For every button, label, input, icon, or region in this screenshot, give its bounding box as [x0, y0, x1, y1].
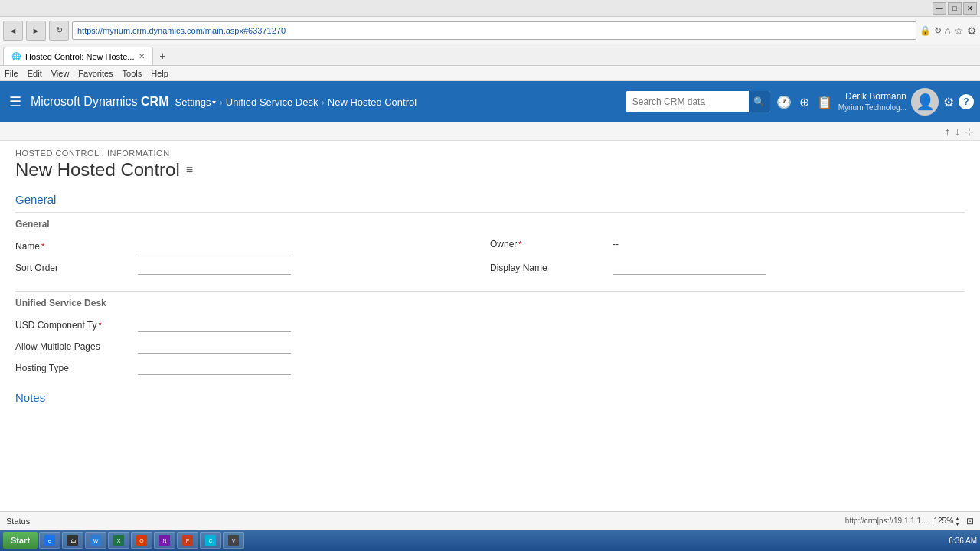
- settings-nav-button[interactable]: Settings ▾: [175, 96, 216, 108]
- taskbar-clock: 6:36 AM: [949, 536, 977, 545]
- sort-order-label: Sort Order: [15, 262, 138, 273]
- general-section: General General Name* Owner*: [15, 193, 965, 279]
- menu-edit[interactable]: Edit: [28, 69, 42, 78]
- new-tab-button[interactable]: +: [153, 47, 172, 65]
- taskbar-app-4[interactable]: X: [108, 532, 129, 549]
- display-name-label: Display Name: [490, 262, 612, 273]
- menu-view[interactable]: View: [51, 69, 70, 78]
- scroll-down-button[interactable]: ↓: [955, 126, 960, 138]
- dashboards-icon[interactable]: 📋: [817, 95, 832, 109]
- fullscreen-button[interactable]: ⊡: [966, 516, 974, 527]
- zoom-controls[interactable]: ▲ ▼: [955, 516, 960, 527]
- crm-search-input[interactable]: [626, 91, 749, 112]
- tab-close-button[interactable]: ✕: [139, 52, 145, 60]
- usd-component-type-field: USD Component Ty*: [15, 315, 965, 336]
- menu-help[interactable]: Help: [151, 69, 168, 78]
- taskbar-app-6[interactable]: N: [154, 532, 175, 549]
- crm-help-icon[interactable]: ?: [959, 94, 974, 109]
- menu-tools[interactable]: Tools: [122, 69, 142, 78]
- add-record-icon[interactable]: ⊕: [799, 95, 809, 109]
- notes-section: Notes: [15, 391, 965, 404]
- crm-header: ☰ Microsoft Dynamics CRM Settings ▾ › Un…: [0, 81, 980, 122]
- sort-order-field: Sort Order: [15, 257, 490, 279]
- app8-icon: C: [205, 535, 216, 546]
- forward-button[interactable]: ►: [26, 21, 46, 41]
- taskbar-app-ie[interactable]: e: [39, 532, 60, 549]
- zoom-out-button[interactable]: ▼: [955, 521, 960, 527]
- general-row-1: Name* Owner* --: [15, 236, 965, 257]
- refresh-button[interactable]: ↻: [49, 21, 69, 41]
- active-tab[interactable]: 🌐 Hosted Control: New Hoste... ✕: [3, 47, 153, 65]
- display-name-input[interactable]: [612, 260, 766, 275]
- scroll-up-button[interactable]: ↑: [945, 126, 950, 138]
- address-bar[interactable]: https://myrium.crm.dynamics.com/main.asp…: [72, 21, 916, 40]
- taskbar: Start e 🗂 W X O N P C V 6:36 AM: [0, 530, 980, 551]
- tools-icon[interactable]: ⚙: [967, 24, 977, 37]
- close-button[interactable]: ✕: [963, 2, 977, 15]
- notes-section-heading: Notes: [15, 391, 965, 404]
- hosting-type-input[interactable]: [138, 360, 291, 375]
- crm-settings-icon[interactable]: ⚙: [943, 95, 954, 109]
- home-icon[interactable]: ⌂: [945, 24, 951, 37]
- user-avatar[interactable]: 👤: [911, 88, 939, 116]
- taskbar-app-3[interactable]: W: [85, 532, 106, 549]
- taskbar-app-9[interactable]: V: [223, 532, 244, 549]
- taskbar-app-8[interactable]: C: [200, 532, 221, 549]
- app3-icon: W: [90, 535, 101, 546]
- owner-label: Owner*: [490, 239, 612, 249]
- nav-unified-service-desk[interactable]: Unified Service Desk: [226, 96, 318, 108]
- restore-button[interactable]: □: [948, 2, 962, 15]
- nav-separator2: ›: [321, 96, 324, 108]
- menu-file[interactable]: File: [5, 69, 18, 78]
- minimize-button[interactable]: —: [933, 2, 946, 15]
- allow-multiple-pages-input[interactable]: [138, 339, 291, 354]
- general-row-2: Sort Order Display Name: [15, 257, 965, 279]
- browser-refresh-icon[interactable]: ↻: [934, 25, 942, 36]
- back-button[interactable]: ◄: [3, 21, 23, 41]
- zoom-in-button[interactable]: ▲: [955, 516, 960, 521]
- app4-icon: X: [113, 535, 124, 546]
- crm-user-area: Derik Bormann Myrium Technolog... 👤 ⚙ ?: [838, 88, 974, 116]
- general-section-heading: General: [15, 193, 965, 206]
- url-preview: http://crm|ps://19.1.1.1...: [845, 517, 928, 525]
- recent-records-icon[interactable]: 🕐: [776, 95, 792, 109]
- app5-icon: O: [136, 535, 147, 546]
- start-button[interactable]: Start: [3, 532, 38, 549]
- usd-section: Unified Service Desk USD Component Ty* A…: [15, 291, 965, 379]
- app9-icon: V: [228, 535, 239, 546]
- hamburger-menu-button[interactable]: ☰: [6, 90, 24, 113]
- crm-search-button[interactable]: 🔍: [749, 91, 770, 112]
- owner-field: Owner* --: [490, 236, 965, 257]
- tab-bar: 🌐 Hosted Control: New Hoste... ✕ +: [0, 44, 980, 66]
- usd-component-type-label: USD Component Ty*: [15, 320, 138, 331]
- app7-icon: P: [182, 535, 193, 546]
- crm-header-icons: 🕐 ⊕ 📋: [776, 95, 832, 109]
- browser-nav: ◄ ► ↻ https://myrium.crm.dynamics.com/ma…: [0, 17, 980, 44]
- app6-icon: N: [159, 535, 170, 546]
- page-scroll-bar: ↑ ↓ ⊹: [0, 122, 980, 141]
- usd-component-type-input[interactable]: [138, 318, 291, 332]
- taskbar-app-2[interactable]: 🗂: [62, 532, 83, 549]
- tab-label: Hosted Control: New Hoste...: [25, 52, 134, 61]
- nav-separator: ›: [219, 96, 222, 108]
- sort-order-input[interactable]: [138, 260, 291, 275]
- hosting-type-label: Hosting Type: [15, 363, 138, 373]
- allow-multiple-pages-label: Allow Multiple Pages: [15, 341, 138, 352]
- expand-view-button[interactable]: ⊹: [965, 126, 974, 138]
- window-controls[interactable]: — □ ✕: [933, 2, 977, 15]
- owner-value: --: [612, 239, 619, 249]
- taskbar-app-7[interactable]: P: [177, 532, 198, 549]
- zoom-indicator: 125% ▲ ▼: [933, 516, 960, 527]
- app2-icon: 🗂: [67, 535, 78, 546]
- name-field: Name*: [15, 236, 490, 257]
- menu-favorites[interactable]: Favorites: [78, 69, 113, 78]
- star-icon[interactable]: ☆: [954, 24, 964, 37]
- page-title-menu-icon[interactable]: ≡: [186, 163, 193, 177]
- nav-new-hosted-control[interactable]: New Hosted Control: [328, 96, 416, 108]
- name-input[interactable]: [138, 239, 291, 253]
- tab-favicon: 🌐: [11, 52, 21, 60]
- crm-search-area[interactable]: 🔍: [626, 91, 770, 112]
- usd-form-group: Unified Service Desk USD Component Ty* A…: [15, 291, 965, 379]
- taskbar-app-5[interactable]: O: [131, 532, 152, 549]
- browser-lock-icon: 🔒: [920, 25, 931, 36]
